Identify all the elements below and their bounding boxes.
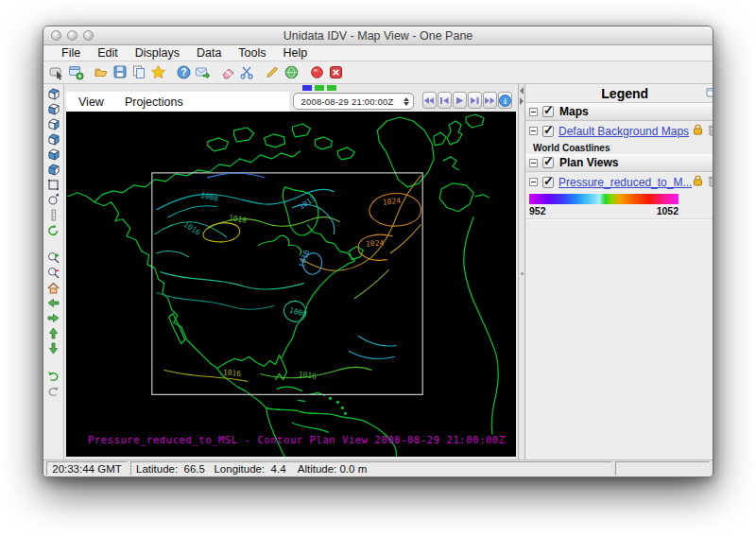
- svg-text:?: ?: [180, 67, 186, 78]
- time-selector[interactable]: 2008-08-29 21:00:00Z: [293, 93, 414, 110]
- map-caption: Pressure_reduced_to_MSL - Contour Plan V…: [88, 434, 506, 446]
- legend-item-background-maps: Default Background Maps: [525, 121, 713, 141]
- legend-empty-space: [525, 219, 713, 459]
- collapse-right-icon[interactable]: [520, 97, 524, 105]
- float-legend-icon[interactable]: [706, 87, 713, 102]
- perspective-view-icon[interactable]: [45, 178, 61, 192]
- close-window-button[interactable]: [51, 30, 61, 41]
- lock-icon[interactable]: [692, 175, 704, 189]
- menu-file[interactable]: File: [53, 46, 89, 60]
- collapse-pressure-icon[interactable]: [529, 178, 538, 186]
- collapse-maps-icon[interactable]: [529, 108, 538, 116]
- pan-up-icon[interactable]: [45, 326, 61, 340]
- legend-splitter[interactable]: [518, 84, 525, 459]
- home-view-icon[interactable]: [45, 281, 61, 295]
- maps-group-label: Maps: [558, 105, 589, 118]
- menu-data[interactable]: Data: [188, 46, 230, 60]
- legend-title: Legend: [601, 86, 648, 101]
- globe-icon[interactable]: [282, 63, 301, 82]
- pan-right-icon[interactable]: [45, 311, 61, 325]
- menu-view[interactable]: View: [78, 95, 115, 109]
- zoom-window-button[interactable]: [83, 30, 94, 41]
- time-step-square[interactable]: [302, 85, 312, 91]
- menu-tools[interactable]: Tools: [230, 46, 274, 60]
- dashboard-icon[interactable]: [47, 63, 66, 82]
- background-maps-checkbox[interactable]: [542, 126, 554, 137]
- go-to-start-button[interactable]: [422, 92, 437, 109]
- open-bundle-icon[interactable]: [92, 63, 111, 82]
- edit-pencil-icon[interactable]: [263, 63, 282, 82]
- menu-help[interactable]: Help: [275, 46, 317, 60]
- record-movie-icon[interactable]: [307, 63, 326, 82]
- menu-projections[interactable]: Projections: [125, 95, 195, 109]
- redo-icon[interactable]: [45, 384, 61, 398]
- view-right-cube-icon[interactable]: [45, 132, 61, 147]
- collapse-plan-views-icon[interactable]: [529, 159, 538, 167]
- idv-map-view-window: Unidata IDV - Map View - One Pane File E…: [43, 26, 713, 477]
- zoom-in-icon[interactable]: [45, 251, 61, 265]
- view-back-cube-icon[interactable]: [45, 163, 61, 177]
- new-window-icon[interactable]: [66, 63, 85, 82]
- copy-icon[interactable]: [129, 63, 148, 82]
- legend-header: Legend: [525, 84, 713, 103]
- legend-group-maps: Maps: [525, 103, 713, 121]
- step-back-button[interactable]: [438, 92, 452, 109]
- minimize-window-button[interactable]: [67, 30, 77, 41]
- message-cell: [615, 461, 710, 476]
- legend-panel: Legend Maps Default Background Maps: [525, 84, 713, 459]
- time-step-squares: [302, 85, 336, 91]
- pressure-display-link[interactable]: Pressure_reduced_to_M...: [558, 176, 692, 189]
- step-forward-button[interactable]: [468, 92, 482, 109]
- cut-icon[interactable]: [237, 63, 256, 82]
- world-coastlines-label: World Coastlines: [533, 143, 610, 153]
- view-front-cube-icon[interactable]: [45, 147, 61, 162]
- menu-bar: File Edit Displays Data Tools Help: [43, 45, 713, 61]
- plan-views-group-label: Plan Views: [558, 156, 618, 169]
- go-to-end-button[interactable]: [483, 92, 497, 109]
- save-bundle-icon[interactable]: [111, 63, 129, 82]
- favorites-star-icon[interactable]: [148, 63, 167, 82]
- collapse-background-maps-icon[interactable]: [529, 127, 538, 135]
- trash-icon[interactable]: [708, 175, 713, 190]
- splitter-collapse-arrows[interactable]: [520, 87, 524, 105]
- close-view-icon[interactable]: [326, 63, 345, 82]
- splitter-grip[interactable]: [521, 272, 524, 275]
- time-selector-value: 2008-08-29 21:00:00Z: [294, 96, 401, 107]
- menu-displays[interactable]: Displays: [127, 46, 188, 60]
- collapse-left-icon[interactable]: [520, 87, 524, 95]
- maps-visibility-checkbox[interactable]: [542, 106, 554, 117]
- background-maps-link[interactable]: Default Background Maps: [558, 125, 689, 138]
- clock-readout: 20:33:44 GMT: [46, 461, 128, 476]
- support-mail-icon[interactable]: [193, 63, 212, 82]
- time-step-square[interactable]: [327, 85, 336, 91]
- animation-properties-button[interactable]: i: [498, 92, 512, 109]
- pressure-visibility-checkbox[interactable]: [542, 177, 554, 188]
- title-bar[interactable]: Unidata IDV - Map View - One Pane: [43, 26, 713, 45]
- help-icon[interactable]: ?: [174, 63, 193, 82]
- pressure-colorbar[interactable]: [529, 194, 679, 204]
- time-step-square[interactable]: [315, 85, 324, 91]
- main-area: View Projections 2008-08-29 21:00:00Z: [43, 84, 713, 459]
- plan-views-visibility-checkbox[interactable]: [542, 157, 554, 168]
- map-header: View Projections 2008-08-29 21:00:00Z: [64, 84, 518, 112]
- auto-rotate-icon[interactable]: [45, 223, 61, 237]
- map-canvas[interactable]: 1008101610101013102410241016100810161016…: [66, 112, 516, 457]
- view-left-cube-icon[interactable]: [45, 117, 61, 131]
- undo-icon[interactable]: [45, 369, 61, 383]
- vertical-scale-icon[interactable]: [45, 208, 61, 222]
- erase-displays-icon[interactable]: [218, 63, 237, 82]
- pan-down-icon[interactable]: [45, 341, 61, 355]
- pan-left-icon[interactable]: [45, 296, 61, 310]
- play-button[interactable]: [453, 92, 467, 109]
- zoom-out-icon[interactable]: [45, 266, 61, 280]
- main-toolbar: ?: [43, 61, 713, 84]
- trash-icon[interactable]: [708, 124, 713, 139]
- view-bottom-cube-icon[interactable]: [45, 102, 61, 116]
- lock-icon[interactable]: [692, 124, 704, 138]
- menu-edit[interactable]: Edit: [89, 46, 127, 60]
- view-top-cube-icon[interactable]: [45, 87, 61, 101]
- contour-label: 1016: [222, 368, 241, 378]
- time-stepper[interactable]: [401, 95, 411, 108]
- status-bar: 20:33:44 GMT Latitude: 66.5 Longitude: 4…: [43, 459, 713, 476]
- rotate-axes-icon[interactable]: [45, 193, 61, 207]
